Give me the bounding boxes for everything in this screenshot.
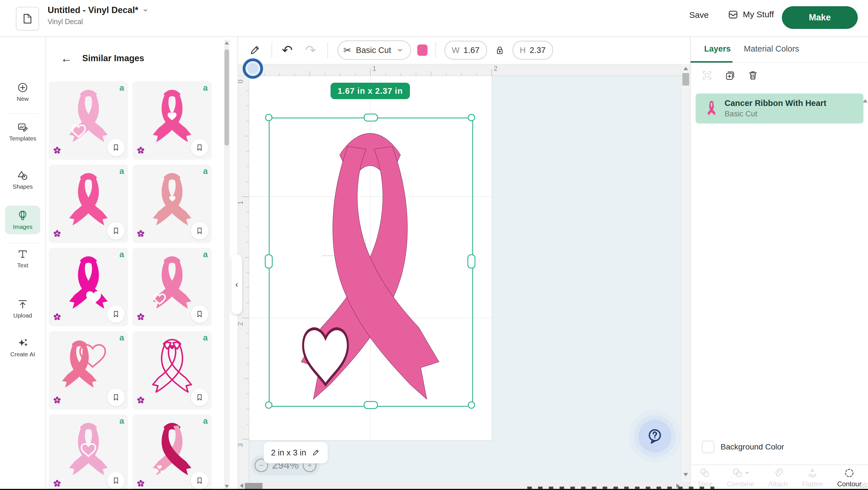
image-card-ribbon-heart-combo[interactable]: a [49, 331, 128, 410]
bookmark-button[interactable] [107, 222, 125, 240]
sidebar-item-create-ai[interactable]: Create AI [3, 337, 42, 358]
bookmark-button[interactable] [107, 305, 125, 323]
edit-pencil-icon[interactable] [248, 44, 261, 57]
image-card-ribbon-magenta-heart-tail[interactable]: a [49, 248, 128, 326]
canvas-ribbon-artwork[interactable] [269, 118, 471, 405]
edit-size-pencil-icon[interactable] [311, 448, 320, 457]
my-stuff-button[interactable]: My Stuff [727, 8, 774, 21]
selection-handle-bottom-right[interactable] [468, 401, 475, 409]
scroll-down-arrow[interactable] [683, 473, 688, 477]
flower-badge [137, 480, 145, 488]
height-value: 2.37 [530, 45, 546, 55]
scroll-left-arrow[interactable] [240, 484, 243, 488]
scroll-up-arrow[interactable] [225, 41, 229, 44]
panel-scrollbar-thumb[interactable] [224, 49, 229, 145]
tab-material-colors[interactable]: Material Colors [744, 44, 799, 54]
selection-handle-top-right[interactable] [468, 114, 475, 121]
trash-icon[interactable] [747, 69, 759, 81]
purchased-flower-icon [53, 396, 61, 404]
cricut-access-icon: a [119, 416, 124, 426]
slice-icon [699, 467, 711, 479]
cricut-access-icon: a [203, 83, 208, 93]
bookmark-button[interactable] [191, 139, 208, 156]
redo-button[interactable]: ↷ [305, 44, 316, 57]
selection-handle-top-left[interactable] [265, 114, 272, 121]
canvas-vertical-scrollbar[interactable] [681, 64, 690, 482]
selection-handle-top-center[interactable] [364, 113, 378, 122]
action-label: Contour [837, 480, 861, 488]
bookmark-button[interactable] [191, 222, 208, 240]
canvas-hscroll-thumb[interactable] [245, 483, 262, 489]
purchased-flower-icon [137, 230, 145, 237]
bookmark-button[interactable] [191, 472, 208, 489]
canvas-vscroll-thumb[interactable] [682, 73, 689, 86]
image-card-ribbon-raspberry-hearts[interactable]: a [132, 414, 212, 490]
image-card-ribbon-pink-heart-loop[interactable]: a [49, 165, 128, 243]
selection-size-badge: 1.67 in x 2.37 in [331, 83, 410, 99]
bookmark-button[interactable] [107, 139, 125, 156]
sidebar-item-templates[interactable]: Templates [3, 121, 42, 142]
back-arrow-icon[interactable]: ← [61, 53, 72, 64]
image-card-ribbon-light-pink-heart-outline[interactable]: a [49, 81, 128, 160]
bookmark-icon [112, 143, 120, 152]
duplicate-icon[interactable] [724, 69, 737, 81]
selection-handle-middle-right[interactable] [467, 254, 475, 268]
height-field[interactable]: H 2.37 [513, 41, 553, 60]
sidebar-item-label: Templates [9, 135, 36, 142]
sidebar-item-images[interactable]: Images [5, 206, 40, 234]
linetype-dropdown[interactable]: ✂ Basic Cut [338, 40, 411, 60]
templates-icon [17, 121, 29, 133]
undo-button[interactable]: ↶ [282, 44, 293, 57]
sidebar-item-label: Text [17, 262, 28, 269]
flatten-button[interactable]: Flatten [802, 467, 823, 488]
sidebar-item-label: Upload [13, 312, 32, 319]
project-title[interactable]: Untitled - Vinyl Decal* [48, 5, 150, 15]
ribbon-light-pink-big-heart-thumbnail [60, 419, 117, 479]
sidebar-item-text[interactable]: Text [3, 248, 42, 269]
sidebar-item-new[interactable]: New [3, 81, 42, 102]
resize-grip[interactable] [860, 483, 867, 488]
scroll-down-arrow[interactable] [225, 485, 229, 488]
project-document-icon[interactable] [16, 7, 39, 31]
image-card-ribbon-salmon-heart[interactable]: a [132, 165, 212, 243]
image-card-ribbon-rose-heart-curl[interactable]: a [132, 248, 212, 326]
save-button[interactable]: Save [689, 10, 709, 20]
layers-scroll-up-arrow[interactable] [863, 99, 867, 102]
width-label: W [452, 45, 460, 55]
background-color-checkbox[interactable] [702, 441, 714, 453]
attach-button[interactable]: Attach [769, 467, 788, 488]
contour-icon [843, 467, 855, 479]
lock-icon[interactable] [494, 45, 505, 56]
scroll-up-arrow[interactable] [683, 67, 688, 70]
bookmark-button[interactable] [107, 389, 125, 406]
purchased-flower-icon [53, 146, 61, 154]
image-card-ribbon-outline-heart[interactable]: a [132, 331, 212, 410]
slice-button[interactable]: Slice [698, 467, 712, 488]
layer-item-cancer-ribbon[interactable]: Cancer Ribbon With Heart Basic Cut [696, 94, 864, 124]
combine-button[interactable]: Combine [727, 467, 754, 488]
make-button[interactable]: Make [782, 6, 858, 29]
artboard-size-chip[interactable]: 2 in x 3 in [264, 442, 328, 463]
selection-handle-bottom-center[interactable] [364, 401, 378, 409]
image-card-ribbon-light-pink-big-heart[interactable]: a [49, 414, 128, 490]
bookmark-icon [112, 393, 120, 402]
cricut-access-icon: a [203, 166, 208, 176]
bookmark-button[interactable] [191, 389, 208, 406]
selection-handle-bottom-left[interactable] [265, 401, 272, 409]
sidebar-item-label: Images [13, 224, 33, 230]
sidebar-item-upload[interactable]: Upload [3, 298, 42, 319]
sidebar-item-shapes[interactable]: Shapes [3, 169, 42, 190]
help-button[interactable] [639, 420, 671, 453]
layer-color-swatch[interactable] [417, 44, 428, 56]
tab-layers[interactable]: Layers [704, 44, 731, 54]
panel-scrollbar[interactable] [224, 40, 229, 490]
selection-handle-middle-left[interactable] [265, 254, 273, 268]
width-field[interactable]: W 1.67 [444, 41, 487, 60]
bookmark-button[interactable] [107, 472, 125, 489]
height-label: H [520, 45, 526, 55]
panel-collapse-handle[interactable]: ‹ [231, 254, 242, 315]
bookmark-button[interactable] [191, 305, 208, 323]
image-card-ribbon-hot-pink-heart[interactable]: a [132, 81, 212, 160]
caret-down-icon [745, 472, 749, 475]
contour-button[interactable]: Contour [837, 467, 861, 488]
